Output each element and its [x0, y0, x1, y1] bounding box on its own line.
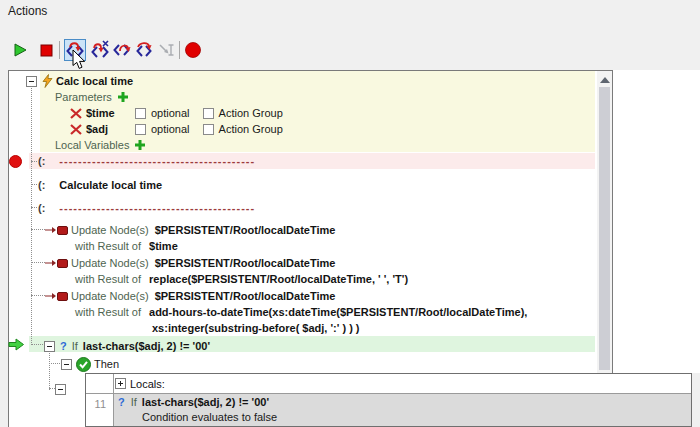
stop-button[interactable]: [35, 39, 57, 61]
comment-dashes: ----------------------------------------…: [59, 202, 255, 214]
tree-row-param-adj[interactable]: $adj optional Action Group: [70, 121, 283, 137]
tree-line: [31, 229, 45, 230]
current-line-arrow-icon: [8, 338, 25, 351]
insert-point-icon: [156, 40, 176, 60]
tree-row-parameters[interactable]: Parameters: [55, 89, 129, 105]
tree-line: [31, 161, 37, 162]
result-expression-line1: add-hours-to-dateTime(xs:dateTime($PERSI…: [149, 306, 527, 318]
gutter-divider: [113, 374, 114, 426]
action-label: Update Node(s): [71, 257, 149, 269]
action-arrow-icon: [45, 226, 56, 234]
result-expression: $time: [149, 240, 178, 252]
tree-row-with-result[interactable]: with Result of $time: [75, 238, 178, 254]
collapse-toggle[interactable]: [26, 76, 37, 87]
evaluation-result-line: Condition evaluates to false: [114, 409, 691, 424]
tree-row-comment-divider[interactable]: (: -------------------------------------…: [38, 200, 255, 216]
tree-row-with-result[interactable]: with Result of replace($PERSISTENT/Root/…: [75, 271, 408, 287]
with-result-label: with Result of: [75, 306, 141, 318]
tree-row-with-result[interactable]: with Result of add-hours-to-dateTime(xs:…: [75, 304, 527, 320]
toggle-breakpoint-button[interactable]: [182, 39, 204, 61]
action-group-label: Action Group: [219, 123, 283, 135]
result-text: Condition evaluates to false: [142, 411, 277, 423]
tree-row-comment-divider[interactable]: (: -------------------------------------…: [38, 153, 255, 169]
collapse-toggle[interactable]: [61, 359, 72, 370]
tree-row-action-group[interactable]: Calc local time: [26, 73, 133, 89]
breakpoint-icon: [184, 41, 202, 59]
check-circle-icon: [76, 357, 91, 372]
result-expression: replace($PERSISTENT/Root/localDateTime, …: [149, 273, 408, 285]
tree-line: [31, 262, 45, 263]
parameters-label: Parameters: [55, 91, 112, 103]
collapse-toggle[interactable]: [55, 384, 66, 395]
param-name: $adj: [86, 123, 135, 135]
then-label: Then: [94, 358, 119, 370]
optional-checkbox[interactable]: [135, 124, 146, 135]
update-target: $PERSISTENT/Root/localDateTime: [155, 257, 336, 269]
tree-line: [31, 295, 45, 296]
scrollbar-thumb[interactable]: [599, 87, 610, 370]
action-group-checkbox[interactable]: [203, 108, 214, 119]
if-expression: last-chars($adj, 2) != '00': [83, 340, 210, 352]
line-number: 11: [95, 398, 106, 410]
action-dot-icon: [57, 259, 68, 268]
run-to-end-icon: [134, 40, 154, 60]
optional-label: optional: [151, 123, 190, 135]
optional-label: optional: [151, 107, 190, 119]
mouse-cursor: [72, 50, 88, 72]
comment-marker: (:: [38, 155, 45, 167]
comment-dashes: ----------------------------------------…: [59, 155, 255, 167]
step-over-button[interactable]: [89, 39, 111, 61]
run-button[interactable]: [9, 39, 31, 61]
update-target: $PERSISTENT/Root/localDateTime: [155, 224, 336, 236]
comment-marker: (:: [38, 179, 45, 191]
tree-line: [31, 344, 43, 345]
tree-row-expression-continuation[interactable]: xs:integer(substring-before( $adj, ':' )…: [152, 320, 360, 336]
add-parameter-icon[interactable]: [117, 91, 129, 103]
toolbar-separator: [179, 41, 180, 59]
tree-row-param-time[interactable]: $time optional Action Group: [70, 105, 283, 121]
tree-row-comment-text[interactable]: (: Calculate local time: [38, 177, 162, 193]
action-arrow-icon: [45, 292, 56, 300]
tree-row-local-variables[interactable]: Local Variables: [55, 137, 146, 153]
tree-row-if-condition[interactable]: ? If last-chars($adj, 2) != '00': [44, 338, 210, 354]
tree-row-then-branch[interactable]: Then: [61, 356, 119, 372]
run-to-end-button[interactable]: [133, 39, 155, 61]
add-variable-icon[interactable]: [134, 139, 146, 151]
local-variables-label: Local Variables: [55, 139, 129, 151]
scroll-up-arrow[interactable]: [600, 77, 610, 83]
step-out-button[interactable]: [111, 39, 133, 61]
with-result-label: with Result of: [75, 273, 141, 285]
tree-line: [31, 184, 37, 185]
action-label: Update Node(s): [71, 224, 149, 236]
optional-checkbox[interactable]: [135, 108, 146, 119]
toolbar-separator: [59, 41, 60, 59]
locals-label: Locals:: [130, 378, 165, 390]
tree-row-update-node[interactable]: Update Node(s) $PERSISTENT/Root/localDat…: [45, 255, 335, 271]
action-group-checkbox[interactable]: [203, 124, 214, 135]
step-over-x-icon: [90, 40, 110, 60]
breakpoint-indicator[interactable]: [9, 155, 22, 168]
if-label: If: [131, 396, 137, 408]
locals-expand-toggle[interactable]: [115, 378, 126, 389]
panel-title: Actions: [8, 4, 47, 18]
step-out-icon: [112, 40, 132, 60]
if-label: If: [72, 340, 78, 352]
line-number-gutter: 11: [86, 394, 113, 426]
collapse-toggle[interactable]: [44, 341, 55, 352]
insert-point-button-disabled: [155, 39, 177, 61]
delete-icon[interactable]: [70, 124, 82, 135]
tree-row-update-node[interactable]: Update Node(s) $PERSISTENT/Root/localDat…: [45, 222, 335, 238]
delete-icon[interactable]: [70, 108, 82, 119]
vertical-scrollbar[interactable]: [597, 71, 612, 425]
tree-row-nested[interactable]: [55, 381, 66, 397]
param-name: $time: [86, 107, 135, 119]
tree-line: [31, 207, 37, 208]
update-target: $PERSISTENT/Root/localDateTime: [155, 290, 336, 302]
locals-header-row[interactable]: Locals:: [86, 374, 691, 394]
action-dot-icon: [57, 226, 68, 235]
comment-marker: (:: [38, 202, 45, 214]
action-group-title: Calc local time: [56, 75, 133, 87]
tree-row-update-node[interactable]: Update Node(s) $PERSISTENT/Root/localDat…: [45, 288, 335, 304]
with-result-label: with Result of: [75, 240, 141, 252]
evaluated-condition-line: ? If last-chars($adj, 2) != '00': [114, 394, 691, 409]
